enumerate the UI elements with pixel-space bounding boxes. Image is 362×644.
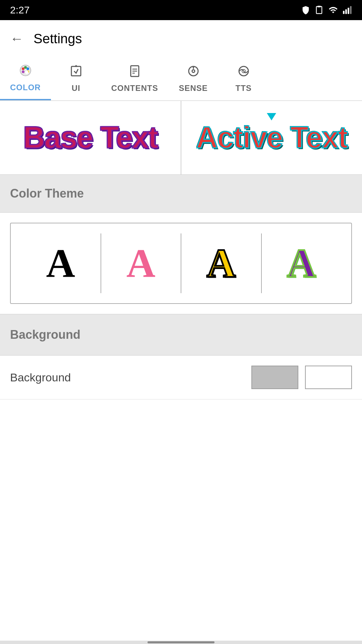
nav-indicator	[0, 641, 362, 644]
sense-icon	[187, 64, 200, 81]
svg-rect-2	[343, 11, 345, 14]
theme-letter-pink: A	[126, 240, 156, 286]
svg-point-12	[25, 71, 28, 74]
svg-point-8	[24, 66, 27, 69]
theme-option-green-purple[interactable]: A	[262, 233, 342, 293]
tab-color[interactable]: COLOR	[0, 57, 51, 100]
background-label: Background	[10, 371, 71, 384]
app-bar: ← Settings	[0, 20, 362, 57]
tab-sense-label: SENSE	[179, 84, 207, 93]
tab-contents-label: CONTENTS	[111, 84, 158, 93]
color-swatch-gray[interactable]	[251, 366, 298, 389]
theme-option-pink[interactable]: A	[101, 233, 182, 293]
tab-color-label: COLOR	[10, 83, 41, 92]
active-marker	[267, 113, 276, 120]
theme-option-yellow-black[interactable]: A	[181, 233, 262, 293]
color-theme-header: Color Theme	[0, 175, 362, 213]
preview-base[interactable]: Base Text	[0, 101, 181, 174]
background-controls	[251, 366, 352, 389]
color-icon	[19, 64, 32, 80]
tab-contents[interactable]: CONTENTS	[101, 57, 168, 100]
svg-rect-0	[316, 7, 322, 14]
tab-ui-label: UI	[72, 84, 80, 93]
wifi-icon	[328, 5, 339, 15]
theme-letter-green-purple: A	[287, 240, 316, 286]
ui-icon	[69, 64, 83, 81]
background-header: Background	[0, 314, 362, 356]
back-button[interactable]: ←	[10, 32, 23, 45]
svg-point-7	[22, 67, 24, 70]
background-row: Background	[0, 356, 362, 399]
status-icons	[301, 5, 352, 15]
tts-icon	[237, 64, 250, 81]
tab-bar: COLOR UI CONTENTS	[0, 57, 362, 101]
svg-rect-4	[348, 8, 349, 14]
svg-rect-13	[71, 66, 81, 76]
svg-point-20	[192, 70, 195, 72]
color-swatch-white[interactable]	[305, 366, 352, 389]
nav-bar	[147, 641, 215, 643]
tab-tts[interactable]: TTS	[219, 57, 269, 100]
theme-letter-yellow-black: A	[206, 240, 236, 286]
svg-point-9	[26, 67, 29, 70]
preview-active[interactable]: Active Text	[181, 101, 362, 174]
status-time: 2:27	[10, 4, 29, 16]
preview-section: Base Text Active Text	[0, 101, 362, 175]
svg-point-11	[22, 70, 24, 73]
signal-icon	[343, 5, 352, 15]
contents-icon	[128, 64, 141, 81]
color-theme-title: Color Theme	[10, 186, 84, 200]
background-title: Background	[10, 328, 80, 341]
shield-icon	[301, 5, 310, 15]
status-bar: 2:27	[0, 0, 362, 20]
svg-rect-5	[350, 6, 352, 14]
svg-rect-1	[317, 6, 320, 7]
svg-rect-3	[345, 9, 347, 14]
theme-letter-plain: A	[46, 240, 75, 286]
tab-ui[interactable]: UI	[51, 57, 101, 100]
page-title: Settings	[34, 31, 82, 46]
theme-options: A A A A	[10, 223, 352, 304]
base-text-preview: Base Text	[23, 120, 158, 155]
theme-option-plain[interactable]: A	[21, 233, 101, 293]
active-text-preview: Active Text	[196, 121, 348, 154]
tab-sense[interactable]: SENSE	[168, 57, 219, 100]
clipboard-icon	[314, 5, 324, 15]
tab-tts-label: TTS	[236, 84, 252, 93]
